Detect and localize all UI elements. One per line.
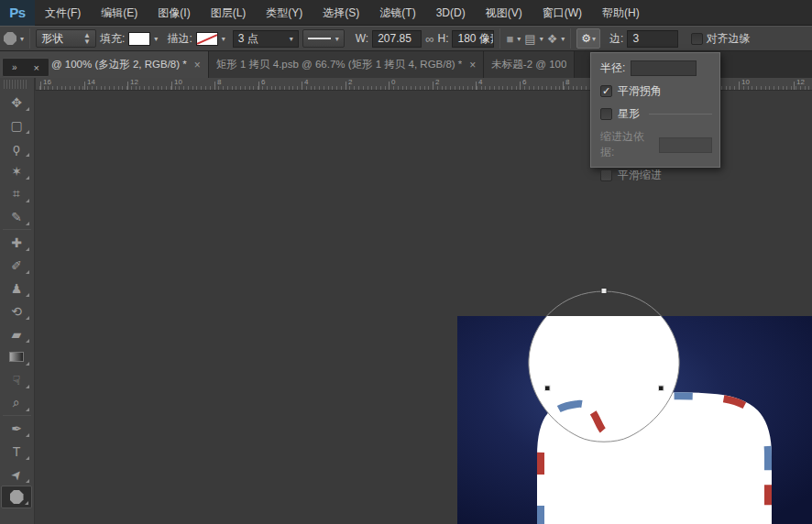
menu-item-5[interactable]: 选择(S) xyxy=(313,0,369,26)
type-tool[interactable]: T xyxy=(1,440,32,463)
ruler-label: 4 xyxy=(304,78,308,86)
separator xyxy=(3,229,31,230)
mascot-body-shape[interactable] xyxy=(541,396,768,524)
pen-tool-icon: ✒ xyxy=(11,421,22,436)
ruler-label: 6 xyxy=(522,78,526,86)
stroke-style-select[interactable]: ▾ xyxy=(302,29,345,48)
sides-label: 边: xyxy=(609,31,623,47)
ruler-tick xyxy=(258,82,259,90)
path-anchor-right[interactable] xyxy=(659,386,664,391)
menu-item-4[interactable]: 类型(Y) xyxy=(256,0,313,26)
shape-width-input[interactable]: 207.85 xyxy=(372,30,422,48)
menu-item-6[interactable]: 滤镜(T) xyxy=(369,0,425,26)
tool-flyout-indicator xyxy=(26,316,29,320)
smooth-corners-row[interactable]: ✓ 平滑拐角 xyxy=(600,83,712,99)
document-tab-2[interactable]: 未标题-2 @ 100 xyxy=(484,51,575,78)
sides-value: 3 xyxy=(632,32,639,45)
menu-item-1[interactable]: 编辑(E) xyxy=(91,0,148,26)
magic-wand-tool[interactable]: ✶ xyxy=(1,159,32,182)
healing-brush-tool[interactable]: ✚ xyxy=(1,231,32,254)
chevron-down-icon: ▾ xyxy=(517,35,521,43)
menu-item-10[interactable]: 帮助(H) xyxy=(592,0,650,26)
stroke-width-input[interactable]: 3 点 ▾ xyxy=(233,30,299,48)
path-anchor-left[interactable] xyxy=(545,386,551,391)
close-icon[interactable]: × xyxy=(34,62,39,73)
radius-input[interactable] xyxy=(631,60,697,76)
ruler-tick xyxy=(346,82,346,90)
brush-tool-icon: ✐ xyxy=(11,258,22,273)
tool-mode-select[interactable]: 形状 ▲▼ xyxy=(36,29,96,48)
ruler-label: 2 xyxy=(348,78,352,86)
ruler-tick xyxy=(389,82,390,90)
path-selection-tool[interactable]: ➤ xyxy=(1,463,32,486)
crop-tool-icon: ⌗ xyxy=(13,186,20,202)
star-row[interactable]: 星形 xyxy=(600,106,712,122)
type-tool-icon: T xyxy=(13,444,21,459)
photoshop-logo: Ps xyxy=(0,0,35,26)
move-tool[interactable]: ✥ xyxy=(1,91,32,114)
sides-input[interactable]: 3 xyxy=(627,30,678,48)
stroke-swatch-button[interactable]: ▾ xyxy=(196,32,225,46)
menu-item-2[interactable]: 图像(I) xyxy=(148,0,200,26)
menu-item-9[interactable]: 窗口(W) xyxy=(532,0,592,26)
path-arrangement-icon: ❖ xyxy=(547,32,558,46)
fill-swatch-button[interactable]: ▾ xyxy=(128,32,158,46)
menu-item-0[interactable]: 文件(F) xyxy=(35,0,91,26)
tool-flyout-indicator xyxy=(25,501,28,505)
move-tool-icon: ✥ xyxy=(11,95,22,110)
path-alignment-icon: ▤ xyxy=(524,32,535,46)
polygon-tool-icon xyxy=(4,32,16,45)
marquee-tool[interactable]: ▢ xyxy=(1,114,32,136)
tool-mode-label: 形状 xyxy=(41,31,63,47)
radius-label: 半径: xyxy=(600,60,625,76)
align-edges-option[interactable]: 对齐边缘 xyxy=(691,31,750,47)
ruler-label: 8 xyxy=(565,78,569,86)
path-operations-button[interactable]: ■ ▾ xyxy=(506,32,521,46)
link-dimensions-icon[interactable]: ∞ xyxy=(425,32,433,46)
pen-tool[interactable]: ✒ xyxy=(1,417,32,440)
panel-grip[interactable] xyxy=(4,80,27,89)
tool-flyout-indicator xyxy=(26,408,29,411)
collapse-panel-icon[interactable]: » xyxy=(12,62,16,72)
geometry-options-button[interactable]: ⚙ ▾ xyxy=(576,28,600,49)
ruler-label: 10 xyxy=(741,78,750,86)
history-brush-tool[interactable]: ⟲ xyxy=(1,300,32,322)
path-alignment-button[interactable]: ▤ ▾ xyxy=(524,32,543,46)
ruler-label: 0 xyxy=(391,78,395,86)
fill-label: 填充: xyxy=(100,31,125,47)
clone-stamp-tool-icon: ♟ xyxy=(11,281,23,296)
eraser-tool[interactable]: ▰ xyxy=(1,322,32,345)
lasso-tool[interactable]: ϙ xyxy=(1,136,32,159)
mini-floating-panel[interactable]: » × xyxy=(2,58,49,77)
clone-stamp-tool[interactable]: ♟ xyxy=(1,277,32,300)
width-label: W: xyxy=(356,32,368,45)
gear-icon: ⚙ xyxy=(581,32,591,45)
close-tab-icon[interactable]: × xyxy=(194,59,201,71)
chevron-down-icon: ▾ xyxy=(592,35,596,43)
smudge-tool[interactable]: ☟ xyxy=(1,368,32,391)
tool-preset-picker[interactable]: ▾ xyxy=(4,32,24,45)
crop-tool[interactable]: ⌗ xyxy=(1,182,32,205)
dodge-tool[interactable]: ⌕ xyxy=(1,391,32,414)
align-edges-checkbox[interactable] xyxy=(691,33,703,45)
star-checkbox[interactable] xyxy=(600,108,612,120)
ruler-label: 12 xyxy=(796,78,805,86)
eyedropper-tool-icon: ✎ xyxy=(11,210,22,224)
healing-brush-tool-icon: ✚ xyxy=(11,235,22,250)
menu-item-8[interactable]: 视图(V) xyxy=(476,0,532,26)
smooth-corners-checkbox[interactable]: ✓ xyxy=(600,85,612,97)
shape-tool[interactable] xyxy=(1,486,32,508)
gradient-tool[interactable] xyxy=(1,345,32,368)
path-anchor-top[interactable] xyxy=(601,289,607,294)
ruler-tick xyxy=(476,82,477,90)
document-tab-1[interactable]: 矩形 1 拷贝 4.psb @ 66.7% (矩形 1 拷贝 4, RGB/8)… xyxy=(209,51,485,78)
shape-height-input[interactable]: 180 像素 xyxy=(452,30,494,48)
menu-item-7[interactable]: 3D(D) xyxy=(426,0,476,26)
ruler-tick xyxy=(739,82,740,90)
brush-tool[interactable]: ✐ xyxy=(1,254,32,277)
ruler-label: 14 xyxy=(87,78,95,86)
path-arrangement-button[interactable]: ❖ ▾ xyxy=(547,32,565,46)
menu-item-3[interactable]: 图层(L) xyxy=(201,0,257,26)
close-tab-icon[interactable]: × xyxy=(469,59,476,71)
eyedropper-tool[interactable]: ✎ xyxy=(1,205,32,228)
